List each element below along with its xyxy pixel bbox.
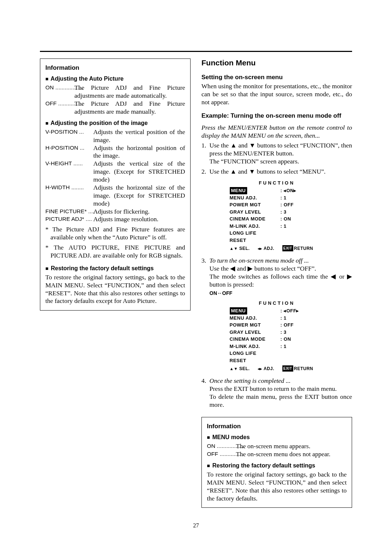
left-sec3-title-text: Restoring the factory default settings <box>51 265 154 271</box>
osd-value: : ON <box>281 215 324 223</box>
osd1-footer: ▲▼ SEL. ◂▸ ADJ. EXITRETURN <box>230 245 324 252</box>
right-box-sec1-rows: ON ..................The on-screen menu … <box>207 442 347 458</box>
left-sec3-para: To restore the original factory settings… <box>45 274 185 305</box>
step-4-num: 4. <box>201 377 209 409</box>
step-1: 1. Use the ▲ and ▼ buttons to select “FU… <box>201 142 352 166</box>
function-menu-heading: Function Menu <box>201 58 352 67</box>
setting-para: When using the monitor for presentations… <box>201 82 352 106</box>
left-sec3-title: ■ Restoring the factory default settings <box>45 265 185 272</box>
step-4: 4. Once the setting is completed ... Pre… <box>201 377 352 409</box>
right-column: Function Menu Setting the on-screen menu… <box>201 58 352 508</box>
left-sec2-note2: * The AUTO PICTURE, FINE PICTURE and PIC… <box>45 244 185 260</box>
left-column: Information ■ Adjusting the Auto Picture… <box>40 58 191 508</box>
press-line: Press the MENU/ENTER button on the remot… <box>201 124 352 140</box>
osd1-menu-val: : ◂ON▸ <box>281 187 324 194</box>
osd2-return: EXITRETURN <box>282 365 313 372</box>
osd-value: : 3 <box>281 208 324 216</box>
osd1-menu-row: MENU : ◂ON▸ <box>230 187 324 194</box>
definition-desc: Adjusts the vertical size of the image. … <box>93 160 185 184</box>
step-2-body: Use the ▲ and ▼ buttons to select “MENU”… <box>209 168 352 176</box>
right-box-sec2-title: ■ Restoring the factory default settings <box>207 462 347 469</box>
step-4a-text: Once the setting is completed ... <box>209 377 291 384</box>
step-3b-text: Use the ◀ and ▶ buttons to select “OFF”. <box>209 265 316 272</box>
right-box-sec2-para: To restore the original factory settings… <box>207 471 347 503</box>
osd-key: MENU ADJ. <box>230 194 281 202</box>
osd1-rows: MENU ADJ.: 1POWER MGT: OFFGRAY LEVEL: 3C… <box>230 194 324 244</box>
definition-term: V-POSITION ... <box>45 128 93 144</box>
osd-row: POWER MGT: OFF <box>230 321 324 329</box>
right-box-sec1-title: ■ MENU modes <box>207 434 347 441</box>
osd2-footer: ▲▼ SEL. ◂▸ ADJ. EXITRETURN <box>230 365 324 372</box>
osd1-menu-label: MENU <box>230 187 247 194</box>
definition-row: V-HEIGHT ......Adjusts the vertical size… <box>45 160 185 184</box>
left-sec2-title: ■ Adjusting the position of the image <box>45 119 185 127</box>
definition-row: H-POSITION ...Adjusts the horizontal pos… <box>45 144 185 160</box>
osd-key: M-LINK ADJ. <box>230 223 281 230</box>
osd-row: M-LINK ADJ.: 1 <box>230 223 324 230</box>
step-3-num: 3. <box>201 257 209 289</box>
step-4c-text: To delete the main menu, press the EXIT … <box>209 393 352 408</box>
definition-row: PICTURE ADJ* ....Adjusts image resolutio… <box>45 215 185 223</box>
osd-key: POWER MGT <box>230 201 281 208</box>
osd-row: GRAY LEVEL: 3 <box>230 329 324 336</box>
osd-row: LONG LIFE <box>230 230 324 237</box>
osd-value <box>281 237 324 244</box>
osd-value: : OFF <box>281 201 324 208</box>
osd-row: RESET <box>230 237 324 244</box>
left-sec1-title-text: Adjusting the Auto Picture <box>50 76 123 82</box>
step-4-body: Once the setting is completed ... Press … <box>209 377 352 409</box>
left-sec1-rows: ON ..................The Picture ADJ and… <box>45 84 185 116</box>
left-sec2-rows: V-POSITION ...Adjusts the vertical posit… <box>45 128 185 224</box>
step-1-body: Use the ▲ and ▼ buttons to select “FUNCT… <box>209 142 352 166</box>
definition-row: OFF ................The Picture ADJ and … <box>45 100 185 116</box>
step-4b-text: Press the EXIT button to return to the m… <box>209 385 337 392</box>
left-sec2-note1: * The Picture ADJ and Fine Picture featu… <box>45 226 185 242</box>
osd-row: POWER MGT: OFF <box>230 201 324 208</box>
osd2-menu-row: MENU : ◂OFF▸ <box>230 307 324 315</box>
osd-key: LONG LIFE <box>230 350 281 357</box>
osd-value: : 1 <box>281 343 324 350</box>
osd-value <box>281 230 324 237</box>
osd2-adj: ◂▸ ADJ. <box>258 365 274 372</box>
osd-row: CINEMA MODE: ON <box>230 336 324 343</box>
step-1-num: 1. <box>201 142 209 166</box>
definition-term: OFF ................ <box>207 450 236 458</box>
osd-key: RESET <box>230 237 281 244</box>
step-1a-text: Use the ▲ and ▼ buttons to select “FUNCT… <box>209 142 352 157</box>
step-2-num: 2. <box>201 168 209 176</box>
definition-row: OFF ................The on-screen menu d… <box>207 450 347 458</box>
definition-term: PICTURE ADJ* .... <box>45 215 93 223</box>
osd-row: MENU ADJ.: 1 <box>230 194 324 202</box>
definition-row: V-POSITION ...Adjusts the vertical posit… <box>45 128 185 144</box>
right-box-sec1-title-text: MENU modes <box>212 434 250 440</box>
step-2: 2. Use the ▲ and ▼ buttons to select “ME… <box>201 168 352 176</box>
osd-row: GRAY LEVEL: 3 <box>230 208 324 216</box>
osd2-menu-label: MENU <box>230 307 247 315</box>
right-box-sec2-title-text: Restoring the factory default settings <box>212 462 315 469</box>
page-number: 27 <box>40 522 352 529</box>
setting-title: Setting the on-screen menu <box>201 74 352 81</box>
definition-row: ON ..................The Picture ADJ and… <box>45 84 185 100</box>
osd2-menu-val: : ◂OFF▸ <box>281 307 324 315</box>
osd-screen-1: FUNCTION MENU : ◂ON▸ MENU ADJ.: 1POWER M… <box>230 179 324 252</box>
osd-key: POWER MGT <box>230 321 281 329</box>
osd-row: CINEMA MODE: ON <box>230 215 324 223</box>
osd-value <box>281 357 324 364</box>
definition-desc: Adjusts the horizontal size of the image… <box>93 184 185 208</box>
left-sec1-title: ■ Adjusting the Auto Picture <box>45 75 185 82</box>
osd2-sel: ▲▼ SEL. <box>230 365 250 372</box>
osd-value: : 3 <box>281 329 324 336</box>
right-info-box: Information ■ MENU modes ON ............… <box>201 417 352 508</box>
definition-term: V-HEIGHT ...... <box>45 160 93 184</box>
osd-key: M-LINK ADJ. <box>230 343 281 350</box>
definition-desc: The on-screen menu does not appear. <box>236 450 347 458</box>
definition-term: ON .................. <box>207 442 236 450</box>
two-column-layout: Information ■ Adjusting the Auto Picture… <box>40 58 352 508</box>
osd-key: MENU ADJ. <box>230 315 281 322</box>
left-sec2-title-text: Adjusting the position of the image <box>50 120 148 126</box>
left-info-box: Information ■ Adjusting the Auto Picture… <box>40 58 191 311</box>
example-title: Example: Turning the on-screen menu mode… <box>201 112 352 119</box>
definition-row: FINE PICTURE* ....Adjusts for flickering… <box>45 208 185 216</box>
osd1-sel: ▲▼ SEL. <box>230 245 250 252</box>
definition-term: FINE PICTURE* .... <box>45 208 93 216</box>
